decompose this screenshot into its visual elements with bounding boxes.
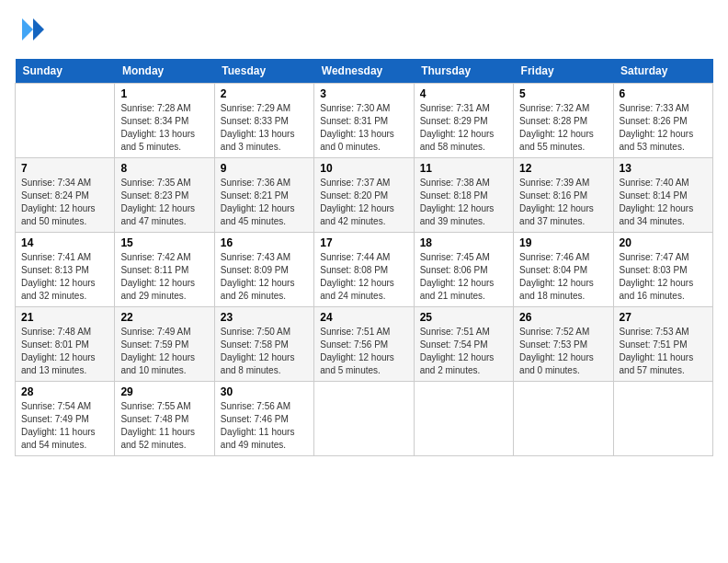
calendar-cell: 18Sunrise: 7:45 AM Sunset: 8:06 PM Dayli… <box>414 233 513 307</box>
header-monday: Monday <box>115 59 214 84</box>
day-number: 20 <box>620 236 707 249</box>
header-saturday: Saturday <box>613 59 712 84</box>
day-number: 15 <box>120 236 208 249</box>
day-info: Sunrise: 7:33 AM Sunset: 8:26 PM Dayligh… <box>620 102 707 154</box>
week-row-4: 21Sunrise: 7:48 AM Sunset: 8:01 PM Dayli… <box>16 307 713 382</box>
day-info: Sunrise: 7:31 AM Sunset: 8:29 PM Dayligh… <box>420 102 507 154</box>
calendar-cell: 29Sunrise: 7:55 AM Sunset: 7:48 PM Dayli… <box>115 382 214 456</box>
calendar-cell: 4Sunrise: 7:31 AM Sunset: 8:29 PM Daylig… <box>414 84 513 158</box>
day-number: 21 <box>21 311 108 324</box>
calendar-table: SundayMondayTuesdayWednesdayThursdayFrid… <box>15 59 713 456</box>
week-row-3: 14Sunrise: 7:41 AM Sunset: 8:13 PM Dayli… <box>16 233 713 307</box>
day-info: Sunrise: 7:44 AM Sunset: 8:08 PM Dayligh… <box>320 251 407 303</box>
day-number: 30 <box>221 385 308 398</box>
svg-marker-1 <box>22 18 33 40</box>
logo-icon <box>15 15 44 44</box>
day-number: 18 <box>420 236 507 249</box>
calendar-cell: 1Sunrise: 7:28 AM Sunset: 8:34 PM Daylig… <box>115 84 214 158</box>
day-number: 6 <box>620 87 707 100</box>
header-wednesday: Wednesday <box>314 59 414 84</box>
day-info: Sunrise: 7:30 AM Sunset: 8:31 PM Dayligh… <box>320 102 407 154</box>
day-info: Sunrise: 7:48 AM Sunset: 8:01 PM Dayligh… <box>21 326 108 377</box>
calendar-cell: 25Sunrise: 7:51 AM Sunset: 7:54 PM Dayli… <box>414 307 513 382</box>
calendar-cell: 9Sunrise: 7:36 AM Sunset: 8:21 PM Daylig… <box>214 158 313 233</box>
calendar-cell: 7Sunrise: 7:34 AM Sunset: 8:24 PM Daylig… <box>16 158 115 233</box>
day-info: Sunrise: 7:29 AM Sunset: 8:33 PM Dayligh… <box>221 102 308 154</box>
calendar-cell: 8Sunrise: 7:35 AM Sunset: 8:23 PM Daylig… <box>115 158 214 233</box>
day-number: 9 <box>221 162 308 175</box>
day-info: Sunrise: 7:51 AM Sunset: 7:54 PM Dayligh… <box>420 326 507 377</box>
day-number: 24 <box>320 311 407 324</box>
day-number: 26 <box>519 311 607 324</box>
day-number: 23 <box>221 311 308 324</box>
calendar-cell: 26Sunrise: 7:52 AM Sunset: 7:53 PM Dayli… <box>514 307 613 382</box>
day-info: Sunrise: 7:51 AM Sunset: 7:56 PM Dayligh… <box>320 326 407 377</box>
svg-marker-0 <box>33 18 44 40</box>
day-number: 1 <box>120 87 208 100</box>
day-number: 19 <box>519 236 607 249</box>
day-number: 12 <box>519 162 607 175</box>
calendar-cell: 23Sunrise: 7:50 AM Sunset: 7:58 PM Dayli… <box>214 307 313 382</box>
day-number: 28 <box>21 385 108 398</box>
calendar-cell: 15Sunrise: 7:42 AM Sunset: 8:11 PM Dayli… <box>115 233 214 307</box>
calendar-cell: 2Sunrise: 7:29 AM Sunset: 8:33 PM Daylig… <box>214 84 313 158</box>
header-sunday: Sunday <box>16 59 115 84</box>
day-info: Sunrise: 7:35 AM Sunset: 8:23 PM Dayligh… <box>120 177 208 228</box>
day-info: Sunrise: 7:46 AM Sunset: 8:04 PM Dayligh… <box>519 251 607 303</box>
day-info: Sunrise: 7:41 AM Sunset: 8:13 PM Dayligh… <box>21 251 108 303</box>
day-info: Sunrise: 7:39 AM Sunset: 8:16 PM Dayligh… <box>519 177 607 228</box>
calendar-cell: 30Sunrise: 7:56 AM Sunset: 7:46 PM Dayli… <box>214 382 313 456</box>
header <box>15 15 713 48</box>
calendar-cell: 21Sunrise: 7:48 AM Sunset: 8:01 PM Dayli… <box>16 307 115 382</box>
calendar-cell: 6Sunrise: 7:33 AM Sunset: 8:26 PM Daylig… <box>613 84 712 158</box>
calendar-cell: 12Sunrise: 7:39 AM Sunset: 8:16 PM Dayli… <box>514 158 613 233</box>
day-info: Sunrise: 7:36 AM Sunset: 8:21 PM Dayligh… <box>221 177 308 228</box>
day-info: Sunrise: 7:53 AM Sunset: 7:51 PM Dayligh… <box>620 326 707 377</box>
calendar-cell <box>414 382 513 456</box>
day-info: Sunrise: 7:45 AM Sunset: 8:06 PM Dayligh… <box>420 251 507 303</box>
calendar-cell: 28Sunrise: 7:54 AM Sunset: 7:49 PM Dayli… <box>16 382 115 456</box>
header-friday: Friday <box>514 59 613 84</box>
calendar-cell: 3Sunrise: 7:30 AM Sunset: 8:31 PM Daylig… <box>314 84 414 158</box>
day-number: 13 <box>620 162 707 175</box>
day-number: 16 <box>221 236 308 249</box>
day-info: Sunrise: 7:50 AM Sunset: 7:58 PM Dayligh… <box>221 326 308 377</box>
header-row: SundayMondayTuesdayWednesdayThursdayFrid… <box>16 59 713 84</box>
day-info: Sunrise: 7:52 AM Sunset: 7:53 PM Dayligh… <box>519 326 607 377</box>
day-info: Sunrise: 7:28 AM Sunset: 8:34 PM Dayligh… <box>120 102 208 154</box>
calendar-cell: 13Sunrise: 7:40 AM Sunset: 8:14 PM Dayli… <box>613 158 712 233</box>
calendar-cell: 19Sunrise: 7:46 AM Sunset: 8:04 PM Dayli… <box>514 233 613 307</box>
page: SundayMondayTuesdayWednesdayThursdayFrid… <box>0 0 728 563</box>
day-info: Sunrise: 7:54 AM Sunset: 7:49 PM Dayligh… <box>21 400 108 452</box>
calendar-cell: 20Sunrise: 7:47 AM Sunset: 8:03 PM Dayli… <box>613 233 712 307</box>
day-info: Sunrise: 7:38 AM Sunset: 8:18 PM Dayligh… <box>420 177 507 228</box>
calendar-cell: 11Sunrise: 7:38 AM Sunset: 8:18 PM Dayli… <box>414 158 513 233</box>
day-number: 17 <box>320 236 407 249</box>
day-info: Sunrise: 7:55 AM Sunset: 7:48 PM Dayligh… <box>120 400 208 452</box>
day-info: Sunrise: 7:32 AM Sunset: 8:28 PM Dayligh… <box>519 102 607 154</box>
calendar-cell <box>613 382 712 456</box>
logo <box>15 15 48 48</box>
day-number: 29 <box>120 385 208 398</box>
calendar-cell: 22Sunrise: 7:49 AM Sunset: 7:59 PM Dayli… <box>115 307 214 382</box>
day-number: 27 <box>620 311 707 324</box>
calendar-cell <box>16 84 115 158</box>
day-info: Sunrise: 7:47 AM Sunset: 8:03 PM Dayligh… <box>620 251 707 303</box>
day-number: 14 <box>21 236 108 249</box>
day-number: 2 <box>221 87 308 100</box>
calendar-cell: 17Sunrise: 7:44 AM Sunset: 8:08 PM Dayli… <box>314 233 414 307</box>
day-info: Sunrise: 7:56 AM Sunset: 7:46 PM Dayligh… <box>221 400 308 452</box>
day-number: 5 <box>519 87 607 100</box>
calendar-cell: 14Sunrise: 7:41 AM Sunset: 8:13 PM Dayli… <box>16 233 115 307</box>
day-number: 7 <box>21 162 108 175</box>
day-number: 3 <box>320 87 407 100</box>
header-thursday: Thursday <box>414 59 513 84</box>
day-info: Sunrise: 7:34 AM Sunset: 8:24 PM Dayligh… <box>21 177 108 228</box>
day-number: 22 <box>120 311 208 324</box>
calendar-cell: 27Sunrise: 7:53 AM Sunset: 7:51 PM Dayli… <box>613 307 712 382</box>
day-info: Sunrise: 7:42 AM Sunset: 8:11 PM Dayligh… <box>120 251 208 303</box>
header-tuesday: Tuesday <box>214 59 313 84</box>
day-info: Sunrise: 7:43 AM Sunset: 8:09 PM Dayligh… <box>221 251 308 303</box>
day-number: 8 <box>120 162 208 175</box>
day-info: Sunrise: 7:37 AM Sunset: 8:20 PM Dayligh… <box>320 177 407 228</box>
